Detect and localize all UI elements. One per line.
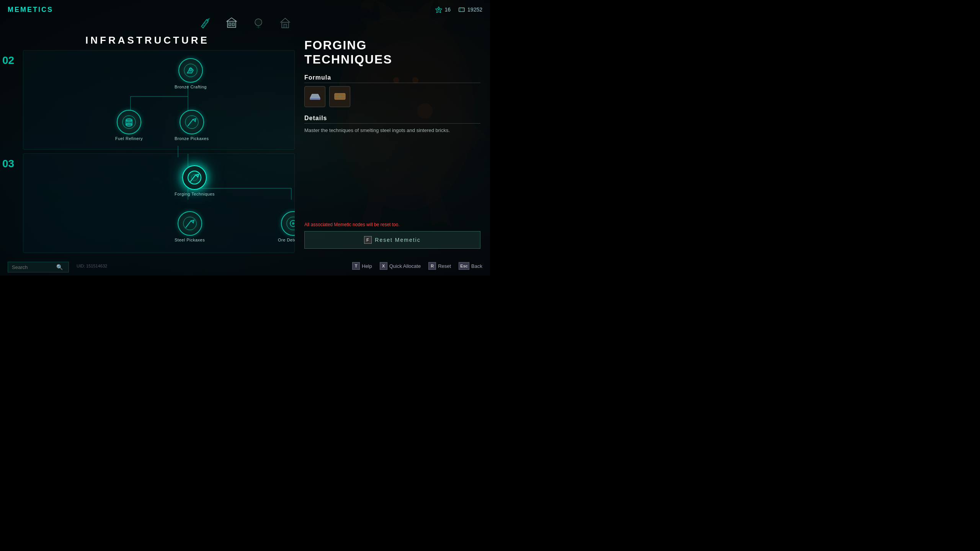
quick-allocate-label: Quick Allocate bbox=[389, 263, 421, 269]
node-forging-techniques-circle bbox=[182, 165, 207, 190]
node-fuel-refinery-circle bbox=[117, 110, 141, 134]
svg-point-40 bbox=[183, 217, 196, 230]
section-title: INFRASTRUCTURE bbox=[0, 31, 295, 46]
hotkey-help[interactable]: T Help bbox=[352, 262, 372, 270]
reset-button-label: Reset Memetic bbox=[375, 237, 420, 243]
node-ore-detector-ii-label: Ore Detector II bbox=[278, 238, 295, 242]
resource-currency: 19252 bbox=[458, 6, 482, 13]
node-fuel-refinery-label: Fuel Refinery bbox=[115, 136, 143, 141]
tier-03-lines bbox=[23, 154, 294, 253]
node-bronze-pickaxes-label: Bronze Pickaxes bbox=[175, 136, 209, 141]
svg-point-16 bbox=[255, 19, 262, 26]
node-bronze-pickaxes-circle bbox=[180, 110, 204, 134]
tab-combat[interactable]: ⚔ bbox=[195, 13, 214, 33]
formula-items bbox=[304, 86, 480, 107]
node-fuel-refinery[interactable]: Fuel Refinery bbox=[115, 110, 143, 141]
warning-text: All associated Memetic nodes will be res… bbox=[304, 222, 480, 227]
tier-02-panel: 02 B bbox=[23, 50, 295, 150]
back-key: Esc bbox=[459, 262, 469, 270]
node-bronze-crafting[interactable]: Bronze Crafting bbox=[175, 58, 207, 89]
reset-memetic-button[interactable]: F Reset Memetic bbox=[304, 231, 480, 249]
svg-rect-8 bbox=[459, 8, 464, 12]
node-bronze-crafting-circle bbox=[178, 58, 203, 83]
svg-point-7 bbox=[438, 8, 440, 10]
node-steel-pickaxes[interactable]: Steel Pickaxes bbox=[175, 211, 205, 242]
quick-allocate-key: X bbox=[380, 262, 387, 270]
node-steel-pickaxes-label: Steel Pickaxes bbox=[175, 238, 205, 242]
svg-point-30 bbox=[126, 123, 132, 126]
svg-point-26 bbox=[189, 68, 192, 71]
svg-rect-20 bbox=[284, 24, 286, 28]
currency-icon bbox=[458, 6, 465, 13]
hotkey-reset[interactable]: R Reset bbox=[428, 262, 451, 270]
tier-03-panel: 03 bbox=[23, 153, 295, 253]
main-area: INFRASTRUCTURE 02 bbox=[0, 31, 295, 256]
node-steel-pickaxes-circle bbox=[178, 211, 202, 236]
node-ore-detector-ii[interactable]: Ore Detector II bbox=[278, 211, 295, 242]
help-label: Help bbox=[362, 263, 372, 269]
tech-detail-title: FORGING TECHNIQUES bbox=[304, 38, 480, 67]
help-key: T bbox=[352, 262, 360, 270]
hotkey-back[interactable]: Esc Back bbox=[459, 262, 482, 270]
hotkey-quick-allocate[interactable]: X Quick Allocate bbox=[380, 262, 421, 270]
uid-label: UID: 151514632 bbox=[77, 264, 107, 268]
tab-nature[interactable] bbox=[249, 13, 268, 33]
back-label: Back bbox=[471, 263, 482, 269]
reset-label: Reset bbox=[438, 263, 451, 269]
svg-point-38 bbox=[188, 171, 201, 184]
tab-infrastructure[interactable] bbox=[222, 13, 241, 33]
svg-point-43 bbox=[292, 222, 294, 225]
resources: 16 19252 bbox=[435, 6, 482, 13]
right-panel: FORGING TECHNIQUES Formula Details bbox=[295, 31, 490, 256]
app-title: MEMETICS bbox=[8, 6, 53, 14]
tab-settlement[interactable] bbox=[276, 13, 295, 33]
meme-points-value: 16 bbox=[444, 7, 451, 13]
resource-meme-points: 16 bbox=[435, 6, 451, 13]
tier-03-label: 03 bbox=[2, 158, 14, 170]
currency-value: 19252 bbox=[467, 7, 482, 13]
formula-item-brick bbox=[329, 86, 350, 107]
tier-02-lines bbox=[23, 51, 294, 149]
svg-rect-15 bbox=[232, 23, 234, 26]
meme-points-icon bbox=[435, 6, 442, 13]
node-bronze-crafting-label: Bronze Crafting bbox=[175, 85, 207, 89]
tree-container: 02 B bbox=[0, 50, 295, 257]
svg-text:⚔: ⚔ bbox=[204, 22, 206, 24]
reset-key: R bbox=[428, 262, 436, 270]
svg-point-33 bbox=[185, 116, 198, 129]
svg-rect-14 bbox=[229, 23, 231, 26]
reset-key-badge: F bbox=[364, 236, 372, 244]
bottom-bar: UID: 151514632 T Help X Quick Allocate R… bbox=[0, 256, 490, 276]
node-forging-techniques-label: Forging Techniques bbox=[175, 192, 215, 196]
node-forging-techniques[interactable]: Forging Techniques bbox=[175, 165, 215, 196]
node-ore-detector-ii-circle bbox=[281, 211, 295, 236]
node-bronze-pickaxes[interactable]: Bronze Pickaxes bbox=[175, 110, 209, 141]
category-tabs: ⚔ bbox=[195, 13, 295, 33]
formula-header: Formula bbox=[304, 74, 480, 83]
formula-item-ingot bbox=[304, 86, 325, 107]
tier-02-label: 02 bbox=[2, 54, 14, 67]
details-header: Details bbox=[304, 115, 480, 124]
right-panel-inner: FORGING TECHNIQUES Formula Details bbox=[304, 38, 480, 249]
details-description: Master the techniques of smelting steel … bbox=[304, 127, 480, 135]
